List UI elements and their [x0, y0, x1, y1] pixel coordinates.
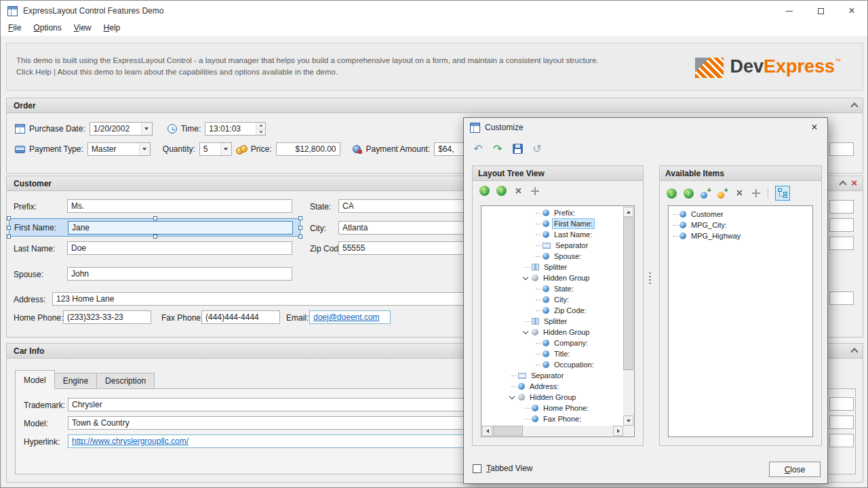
tree-node[interactable]: Separator	[483, 240, 623, 251]
vertical-scrollbar[interactable]	[623, 207, 633, 426]
order-group-header[interactable]: Order	[6, 98, 863, 113]
tabbed-view-checkbox[interactable]	[473, 464, 481, 473]
expander-icon[interactable]	[523, 328, 528, 333]
scroll-down-button[interactable]	[623, 415, 633, 426]
minimize-button[interactable]	[774, 1, 805, 21]
tree-node[interactable]: Hidden Group	[483, 327, 623, 338]
selection-handle[interactable]	[298, 235, 302, 239]
last-name-field[interactable]: Doe	[67, 241, 292, 255]
clipped-field[interactable]	[829, 397, 854, 411]
tree-node[interactable]: Hidden Group	[483, 272, 623, 283]
tab-model[interactable]: Model	[15, 370, 55, 389]
tree-node[interactable]: Company:	[483, 338, 623, 348]
clipped-field[interactable]	[829, 415, 854, 429]
hyperlink-link[interactable]: http://www.chryslergroupllc.com/	[72, 436, 189, 446]
payment-type-field[interactable]: Master	[87, 142, 151, 156]
tree-view-toggle-button[interactable]	[775, 186, 790, 201]
menu-options[interactable]: Options	[27, 21, 67, 35]
email-field[interactable]: doej@doeent.com	[309, 310, 391, 324]
add-group-icon[interactable]	[717, 188, 728, 199]
move-cross-icon[interactable]	[751, 188, 761, 198]
menu-help[interactable]: Help	[98, 21, 127, 35]
selection-handle[interactable]	[153, 216, 157, 220]
selection-handle[interactable]	[153, 235, 157, 239]
tree-node[interactable]: Home Phone:	[483, 403, 623, 413]
time-spinner[interactable]	[256, 123, 265, 135]
delete-icon[interactable]	[734, 188, 745, 199]
price-field[interactable]: $12,800.00	[276, 142, 340, 156]
scroll-right-button[interactable]	[613, 426, 623, 436]
fax-phone-field[interactable]: (444)444-4444	[201, 310, 280, 324]
prefix-field[interactable]: Ms.	[67, 199, 292, 213]
selection-handle[interactable]	[7, 216, 11, 220]
available-item[interactable]: MPG_Highway	[673, 230, 812, 241]
tree-node[interactable]: First Name:	[483, 218, 623, 229]
selection-handle[interactable]	[298, 226, 302, 230]
available-item[interactable]: Customer	[673, 209, 812, 220]
menu-file[interactable]: File	[2, 21, 27, 35]
dropdown-button[interactable]	[220, 143, 231, 155]
scrollbar-thumb[interactable]	[493, 426, 523, 436]
move-down-icon[interactable]	[667, 188, 677, 199]
spouse-field[interactable]: John	[67, 267, 292, 281]
spin-up-button[interactable]	[256, 123, 265, 129]
add-item-icon[interactable]	[701, 188, 711, 199]
collapse-chevron-icon[interactable]	[850, 102, 858, 110]
scroll-up-button[interactable]	[623, 207, 633, 217]
save-icon[interactable]	[513, 144, 523, 154]
tree-node[interactable]: Prefix:	[483, 207, 623, 218]
menu-view[interactable]: View	[68, 21, 98, 35]
spin-down-button[interactable]	[256, 129, 265, 136]
model-field[interactable]: Town & Country	[68, 416, 481, 430]
tab-description[interactable]: Description	[97, 373, 155, 389]
tree-node[interactable]: Address:	[483, 381, 623, 392]
email-link[interactable]: doej@doeent.com	[313, 312, 380, 322]
clipped-field[interactable]	[829, 237, 854, 250]
time-field[interactable]: 13:01:03	[205, 122, 266, 136]
tree-node[interactable]: Separator	[483, 370, 623, 381]
expander-icon[interactable]	[523, 274, 528, 279]
address-field[interactable]: 123 Home Lane	[52, 292, 471, 306]
collapse-chevron-icon[interactable]	[850, 348, 858, 355]
scroll-left-button[interactable]	[482, 426, 492, 436]
home-phone-field[interactable]: (233)323-33-23	[63, 310, 151, 324]
tree-node[interactable]: State:	[483, 283, 623, 294]
delete-icon[interactable]	[513, 186, 524, 196]
collapse-chevron-icon[interactable]	[840, 180, 847, 188]
close-dialog-button[interactable]: Close	[769, 462, 821, 477]
tree-node[interactable]: Zip Code:	[483, 305, 623, 316]
tree-node[interactable]: Occupation:	[483, 359, 623, 370]
dropdown-button[interactable]	[141, 123, 152, 135]
clipped-field[interactable]	[829, 200, 854, 214]
close-button[interactable]	[836, 1, 867, 21]
panel-splitter[interactable]	[649, 272, 651, 285]
clipped-field[interactable]	[829, 291, 854, 305]
hyperlink-field[interactable]: http://www.chryslergroupllc.com/	[68, 434, 481, 448]
restore-icon[interactable]	[531, 142, 543, 155]
clipped-field[interactable]	[829, 434, 854, 447]
expander-icon[interactable]	[509, 393, 515, 399]
dialog-close-button[interactable]	[807, 121, 822, 134]
tree-node[interactable]: Title:	[483, 348, 623, 359]
close-group-icon[interactable]	[851, 179, 857, 188]
tree-node[interactable]: Last Name:	[483, 229, 623, 240]
tree-node[interactable]: Spouse:	[483, 251, 623, 262]
undo-icon[interactable]	[472, 142, 484, 155]
tab-engine[interactable]: Engine	[55, 373, 97, 389]
tree-node[interactable]: Hidden Group	[483, 392, 623, 403]
tree-node[interactable]: Fax Phone:	[483, 413, 623, 424]
horizontal-scrollbar[interactable]	[482, 426, 623, 436]
customize-dialog-titlebar[interactable]: Customize	[464, 118, 827, 137]
clipped-field[interactable]	[829, 142, 854, 156]
quantity-field[interactable]: 5	[199, 142, 232, 156]
first-name-field[interactable]: Jane	[68, 221, 293, 235]
tree-node[interactable]: Splitter	[483, 316, 623, 327]
available-item[interactable]: MPG_City:	[673, 220, 812, 230]
redo-icon[interactable]	[492, 142, 504, 155]
move-up-icon[interactable]	[684, 188, 694, 199]
tree-node[interactable]: City:	[483, 294, 623, 305]
purchase-date-field[interactable]: 1/20/2002	[90, 122, 153, 136]
tree-node[interactable]: Splitter	[483, 262, 623, 272]
move-down-icon[interactable]	[479, 186, 490, 196]
clipped-field[interactable]	[829, 218, 854, 232]
